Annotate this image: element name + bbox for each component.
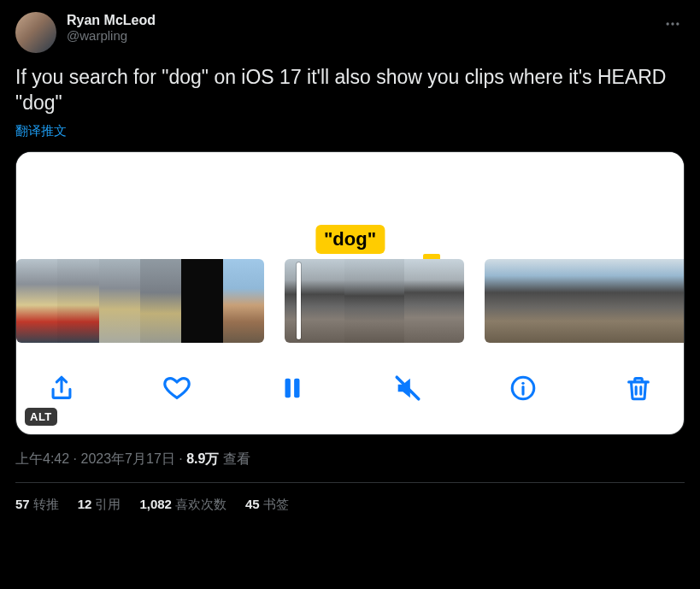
clip-frame	[16, 259, 57, 343]
tweet-text: If you search for "dog" on iOS 17 it'll …	[15, 65, 685, 116]
share-button[interactable]	[47, 374, 76, 403]
pause-icon	[278, 374, 307, 403]
svg-point-2	[676, 22, 679, 25]
clip-frame	[632, 259, 669, 343]
video-timeline[interactable]	[16, 259, 684, 343]
clip-frame	[344, 259, 404, 343]
tweet-stats: 57转推 12引用 1,082喜欢次数 45书签	[15, 483, 685, 513]
media-inner: "dog"	[16, 152, 684, 434]
likes-stat[interactable]: 1,082喜欢次数	[139, 497, 226, 513]
tweet-time: 上午4:42	[15, 451, 69, 466]
clip-frame	[140, 259, 181, 343]
quotes-stat[interactable]: 12引用	[78, 497, 121, 513]
heart-icon	[162, 374, 191, 403]
views-label: 查看	[219, 451, 250, 466]
playhead[interactable]	[297, 262, 301, 339]
clip-frame	[223, 259, 264, 343]
views-count: 8.9万	[186, 451, 219, 466]
clip-frame	[521, 259, 558, 343]
pause-button[interactable]	[278, 374, 307, 403]
bookmarks-stat[interactable]: 45书签	[245, 497, 289, 513]
svg-rect-3	[285, 379, 291, 398]
search-term-badge: "dog"	[315, 225, 385, 254]
svg-rect-4	[294, 379, 299, 398]
avatar[interactable]	[15, 12, 56, 53]
tweet-meta[interactable]: 上午4:42 · 2023年7月17日 · 8.9万 查看	[15, 451, 685, 468]
clip-frame	[485, 259, 521, 343]
user-block[interactable]: Ryan McLeod @warpling	[67, 12, 156, 44]
svg-point-0	[667, 22, 669, 25]
more-horizontal-icon	[664, 15, 681, 32]
speaker-muted-icon	[393, 374, 422, 403]
delete-button[interactable]	[624, 374, 653, 403]
media-attachment[interactable]: "dog"	[15, 151, 685, 435]
clip-frame	[181, 259, 222, 343]
retweets-stat[interactable]: 57转推	[15, 497, 59, 513]
tweet-date: 2023年7月17日	[80, 451, 174, 466]
clip-frame	[596, 259, 632, 343]
clip-group[interactable]	[16, 259, 264, 343]
info-button[interactable]	[509, 374, 538, 403]
media-whitespace: "dog"	[16, 152, 684, 259]
alt-text-badge[interactable]: ALT	[25, 408, 57, 426]
svg-point-1	[671, 22, 674, 25]
trash-icon	[624, 374, 653, 403]
clip-frame	[285, 259, 344, 343]
clip-frame	[559, 259, 596, 343]
clip-frame	[404, 259, 464, 343]
clip-group[interactable]	[285, 259, 464, 343]
tweet-container: Ryan McLeod @warpling If you search for …	[0, 0, 700, 525]
mute-button[interactable]	[393, 374, 422, 403]
tweet-header: Ryan McLeod @warpling	[15, 12, 685, 53]
svg-point-6	[521, 382, 524, 385]
more-options-button[interactable]	[661, 12, 685, 39]
info-icon	[509, 374, 538, 403]
clip-frame	[99, 259, 140, 343]
clip-group[interactable]	[485, 259, 684, 343]
share-icon	[47, 374, 76, 403]
user-handle: @warpling	[67, 28, 156, 44]
display-name: Ryan McLeod	[67, 12, 156, 28]
translate-link[interactable]: 翻译推文	[15, 123, 67, 139]
clip-frame	[670, 259, 684, 343]
clip-frame	[57, 259, 98, 343]
favorite-button[interactable]	[162, 374, 191, 403]
media-toolbar	[16, 343, 684, 434]
